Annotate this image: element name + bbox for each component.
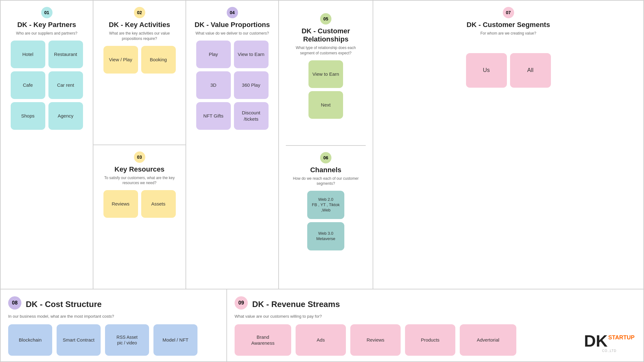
customer-rel-cards: View to Earn Next [293,60,359,119]
dk-logo-wrap: D K STARTUP CO.,LTD [584,333,635,353]
channels-section: 06 Channels How do we reach each of our … [286,146,366,284]
card-us[interactable]: Us [466,53,507,88]
revenue-streams-section: 09 DK - Revenue Streams What value are o… [227,289,643,361]
card-view-to-earn-rel[interactable]: View to Earn [308,60,343,88]
key-activities-title: DK - Key Activities [100,21,179,29]
channels-desc: How do we reach each of our customer seg… [293,176,359,187]
card-booking[interactable]: Booking [141,46,176,74]
logo-startup-text: STARTUP [608,335,635,340]
section-num-07: 07 [503,7,514,18]
customer-seg-cards: Us All [380,53,636,88]
card-3d[interactable]: 3D [196,71,231,99]
customer-rel-desc: What type of relationship does each segm… [293,45,359,56]
card-hotel[interactable]: Hotel [11,41,45,68]
card-360-play[interactable]: 360 Play [234,71,269,99]
key-resources-section: 03 Key Resources To satisfy our customer… [93,145,186,289]
key-partners-desc: Who are our suppliers and partners? [8,31,86,36]
value-prop-desc: What value do we deliver to our customer… [193,31,271,36]
card-ads[interactable]: Ads [296,324,346,356]
key-activities-cards: View / Play Booking [100,46,179,74]
card-reviews-rev[interactable]: Reviews [350,324,401,356]
section-num-05: 05 [320,13,331,25]
card-view-to-earn[interactable]: View to Earn [234,41,269,68]
card-web2[interactable]: Web 2.0FB , YT , Tiktok,Web [307,191,344,219]
cost-structure-section: 08 DK - Cost Structure In our business m… [1,289,227,361]
key-activities-desc: What are the key activities our value pr… [100,31,179,41]
value-prop-cards: Play View to Earn 3D 360 Play NFT Gifts … [193,41,271,130]
revenue-streams-header: 09 DK - Revenue Streams [235,296,636,312]
logo-k-text: K [596,333,608,349]
customer-seg-title: DK - Customer Segments [380,21,636,29]
card-web3[interactable]: Web 3.0Metaverse [307,222,344,250]
customer-rel-section: 05 DK - Customer Relationships What type… [286,7,366,146]
section-num-08: 08 [8,296,21,310]
customer-seg-desc: For whom are we creating value? [380,31,636,36]
section-num-02: 02 [134,7,145,18]
revenue-streams-cards: BrandAwareness Ads Reviews Products Adve… [235,324,636,356]
card-assets[interactable]: Assets [141,190,176,218]
card-reviews[interactable]: Reviews [103,190,138,218]
card-products[interactable]: Products [405,324,455,356]
card-discount-tickets[interactable]: Discount /tickets [234,102,269,130]
card-rss-asset[interactable]: RSS Assetpic / video [105,324,149,356]
key-partners-cards: Hotel Restaurant Cafe Car rent Shops Age… [8,41,86,130]
customer-rel-channels-col: 05 DK - Customer Relationships What type… [279,1,373,289]
card-next[interactable]: Next [308,91,343,119]
key-activities-key-resources-col: 02 DK - Key Activities What are the key … [93,1,186,289]
logo-dk-text: D [584,333,596,349]
card-model-nft[interactable]: Model / NFT [153,324,197,356]
card-nft-gifts[interactable]: NFT Gifts [196,102,231,130]
card-brand-awareness[interactable]: BrandAwareness [235,324,291,356]
card-advertorial[interactable]: Advertorial [460,324,516,356]
card-shops[interactable]: Shops [11,102,45,130]
card-cafe[interactable]: Cafe [11,71,45,99]
customer-seg-section: 07 DK - Customer Segments For whom are w… [373,1,643,289]
card-car-rent[interactable]: Car rent [48,71,83,99]
dk-logo: D K STARTUP [584,333,635,349]
cost-structure-header: 08 DK - Cost Structure [8,296,219,312]
channels-cards: Web 2.0FB , YT , Tiktok,Web Web 3.0Metav… [293,191,359,250]
card-smart-contract[interactable]: Smart Contract [57,324,101,356]
cost-structure-title: DK - Cost Structure [26,299,102,309]
revenue-streams-desc: What value are our customers willing to … [235,314,636,319]
revenue-streams-title: DK - Revenue Streams [252,299,340,309]
section-num-03: 03 [134,151,145,163]
section-num-01: 01 [41,7,53,18]
card-restaurant[interactable]: Restaurant [48,41,83,68]
channels-title: Channels [293,166,359,174]
value-prop-title: DK - Value Proportions [193,21,271,29]
section-num-09: 09 [235,296,248,310]
key-resources-title: Key Resources [100,165,179,173]
customer-rel-title: DK - Customer Relationships [293,27,359,43]
cost-structure-cards: Blockchain Smart Contract RSS Assetpic /… [8,324,219,356]
section-num-06: 06 [320,152,331,163]
card-all[interactable]: All [510,53,551,88]
key-activities-section: 02 DK - Key Activities What are the key … [93,1,186,145]
cost-structure-desc: In our business model, what are the most… [8,314,219,319]
card-play[interactable]: Play [196,41,231,68]
card-view-play[interactable]: View / Play [103,46,138,74]
card-blockchain[interactable]: Blockchain [8,324,52,356]
key-resources-desc: To satisfy our customers, what are the k… [100,175,179,186]
key-resources-cards: Reviews Assets [100,190,179,218]
section-num-04: 04 [227,7,238,18]
key-partners-section: 01 DK - Key Partners Who are our supplie… [1,1,93,289]
card-agency[interactable]: Agency [48,102,83,130]
value-prop-section: 04 DK - Value Proportions What value do … [186,1,279,289]
key-partners-title: DK - Key Partners [8,21,86,29]
